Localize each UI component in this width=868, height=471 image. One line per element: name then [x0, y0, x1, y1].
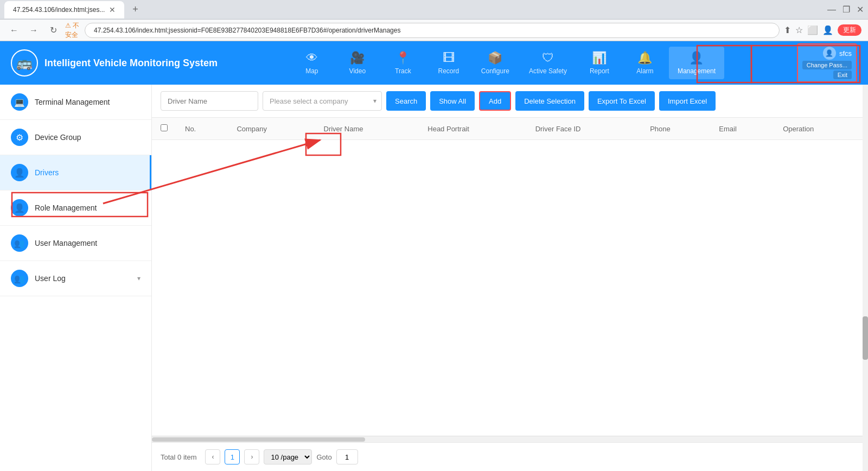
sidebar-item-device-group[interactable]: ⚙ Device Group [0, 120, 151, 155]
col-phone: Phone [641, 118, 710, 140]
user-row: 👤 sfcs [823, 47, 852, 60]
close-icon[interactable]: ✕ [857, 4, 864, 15]
address-input[interactable] [85, 23, 780, 38]
avatar: 👤 [823, 47, 836, 60]
active-safety-icon: 🛡 [542, 51, 554, 65]
next-page-button[interactable]: › [244, 449, 259, 464]
update-button[interactable]: 更新 [838, 24, 861, 36]
table-container[interactable]: No. Company Driver Name Head Portrait Dr… [152, 118, 863, 436]
bookmark-icon[interactable]: ☆ [795, 25, 803, 35]
sidebar-item-role-management[interactable]: 👤 Role Management [0, 190, 151, 226]
add-button[interactable]: Add [479, 91, 511, 111]
per-page-select[interactable]: 10 /page 20 /page 50 /page [264, 449, 312, 464]
nav-label-alarm: Alarm [636, 67, 653, 75]
address-bar: ← → ↻ ⚠ 不安全 ⬆ ☆ ⬜ 👤 更新 [0, 20, 868, 41]
profile-icon[interactable]: 👤 [822, 25, 833, 35]
report-icon: 📊 [592, 51, 607, 65]
restore-icon[interactable]: ❐ [843, 4, 850, 15]
export-excel-button[interactable]: Export To Excel [589, 91, 655, 111]
nav-item-track[interactable]: 📍 Track [381, 47, 425, 79]
sidebar-item-drivers[interactable]: 👤 Drivers [0, 155, 151, 190]
col-email: Email [710, 118, 774, 140]
sidebar-label-drivers: Drivers [35, 168, 139, 177]
goto-label: Goto [316, 453, 331, 461]
role-management-icon: 👤 [11, 199, 28, 217]
refresh-button[interactable]: ↻ [46, 23, 61, 38]
exit-button[interactable]: Exit [833, 71, 852, 79]
logo-icon: 🚌 [11, 49, 38, 77]
sidebar-label-terminal-management: Terminal Management [35, 98, 141, 106]
security-icon: ⚠ 不安全 [65, 23, 80, 38]
record-icon: 🎞 [443, 51, 455, 65]
import-excel-button[interactable]: Import Excel [659, 91, 716, 111]
col-operation: Operation [774, 118, 863, 140]
sidebar-item-terminal-management[interactable]: 💻 Terminal Management [0, 85, 151, 120]
nav-label-record: Record [438, 67, 459, 75]
v-scrollbar-thumb [863, 316, 868, 360]
toolbar: Please select a company Search Show All … [152, 85, 863, 118]
sidebar-label-role-management: Role Management [35, 203, 141, 212]
page-number-button[interactable]: 1 [225, 449, 240, 464]
drivers-table: No. Company Driver Name Head Portrait Dr… [152, 118, 863, 140]
nav-label-track: Track [395, 67, 411, 75]
select-all-header [152, 118, 176, 140]
back-button[interactable]: ← [7, 23, 22, 38]
forward-button[interactable]: → [26, 23, 41, 38]
show-all-button[interactable]: Show All [430, 91, 475, 111]
configure-icon: 📦 [488, 51, 502, 65]
h-scrollbar[interactable] [152, 436, 863, 442]
sidebar-item-user-log[interactable]: 👥 User Log ▾ [0, 261, 151, 296]
v-scrollbar[interactable] [863, 85, 868, 471]
fullscreen-icon[interactable]: ⬜ [807, 25, 818, 35]
nav-label-active-safety: Active Safety [529, 67, 567, 75]
track-icon: 📍 [395, 51, 410, 65]
browser-tab[interactable]: 47.254.43.106/index.html;jses... ✕ [4, 1, 124, 18]
sidebar: 💻 Terminal Management ⚙ Device Group 👤 D… [0, 85, 152, 471]
sidebar-label-device-group: Device Group [35, 133, 141, 142]
sidebar-label-user-management: User Management [35, 239, 141, 247]
search-button[interactable]: Search [386, 91, 426, 111]
new-tab-button[interactable]: + [129, 3, 142, 16]
device-group-icon: ⚙ [11, 129, 28, 146]
nav-item-map[interactable]: 👁 Map [290, 47, 334, 79]
nav-item-active-safety[interactable]: 🛡 Active Safety [520, 47, 576, 79]
nav-item-alarm[interactable]: 🔔 Alarm [623, 47, 667, 79]
drivers-icon: 👤 [11, 164, 28, 181]
tab-title: 47.254.43.106/index.html;jses... [13, 6, 105, 14]
sidebar-item-user-management[interactable]: 👥 User Management [0, 226, 151, 261]
col-driver-name: Driver Name [315, 118, 419, 140]
goto-input[interactable] [336, 449, 358, 464]
nav-label-report: Report [590, 67, 609, 75]
nav-item-report[interactable]: 📊 Report [578, 47, 621, 79]
chevron-down-icon: ▾ [137, 275, 141, 282]
col-driver-face-id: Driver Face ID [527, 118, 642, 140]
delete-selection-button[interactable]: Delete Selection [515, 91, 584, 111]
total-items: Total 0 item [161, 453, 196, 461]
address-actions: ⬆ ☆ ⬜ 👤 更新 [784, 24, 861, 36]
prev-page-button[interactable]: ‹ [205, 449, 220, 464]
company-select[interactable]: Please select a company [263, 91, 382, 111]
nav-label-management: Management [678, 67, 716, 75]
user-log-icon: 👥 [11, 270, 28, 287]
management-icon: 👤 [689, 51, 704, 65]
pagination: Total 0 item ‹ 1 › 10 /page 20 /page 50 … [152, 442, 863, 471]
tab-close-icon[interactable]: ✕ [109, 5, 116, 14]
col-company: Company [228, 118, 315, 140]
username: sfcs [839, 49, 852, 58]
driver-name-input[interactable] [161, 91, 258, 111]
select-all-checkbox[interactable] [161, 124, 168, 131]
minimize-icon[interactable]: — [827, 5, 836, 15]
video-icon: 🎥 [350, 51, 365, 65]
nav-item-management[interactable]: 👤 Management [669, 47, 724, 79]
nav-icons: 👁 Map 🎥 Video 📍 Track 🎞 Record 📦 Configu… [218, 47, 797, 79]
change-pass-button[interactable]: Change Pass... [802, 61, 852, 69]
share-icon[interactable]: ⬆ [784, 25, 791, 35]
app-header: 🚌 Intelligent Vehicle Monitoring System … [0, 41, 868, 85]
nav-item-record[interactable]: 🎞 Record [427, 47, 470, 79]
browser-chrome: 47.254.43.106/index.html;jses... ✕ + — ❐… [0, 0, 868, 20]
nav-item-configure[interactable]: 📦 Configure [473, 47, 518, 79]
nav-label-configure: Configure [481, 67, 509, 75]
nav-item-video[interactable]: 🎥 Video [336, 47, 379, 79]
logo-area: 🚌 Intelligent Vehicle Monitoring System [11, 49, 218, 77]
col-no: No. [176, 118, 228, 140]
